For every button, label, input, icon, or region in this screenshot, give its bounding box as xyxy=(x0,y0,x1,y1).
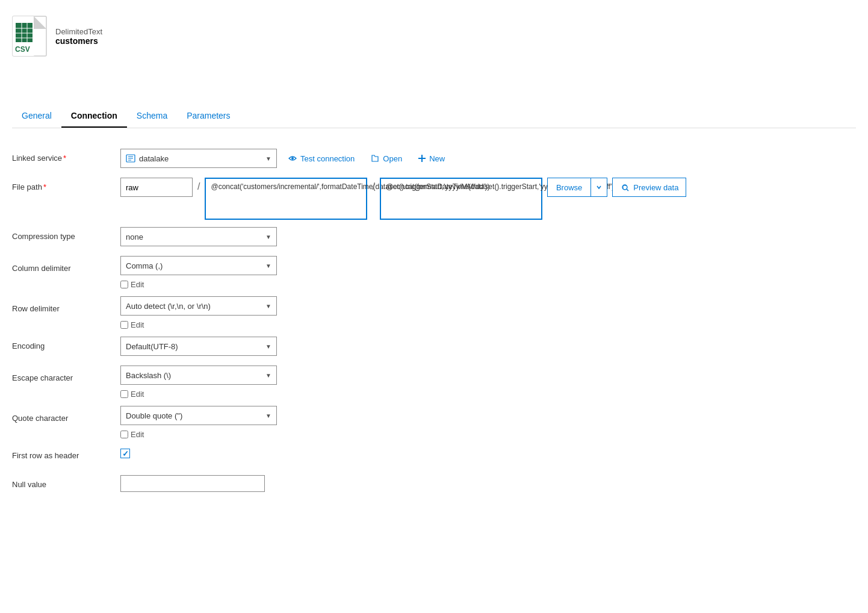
quote-char-edit: Edit xyxy=(12,428,144,439)
column-delimiter-main: Column delimiter Comma (,) ▼ xyxy=(12,256,856,275)
escape-edit-label: Edit xyxy=(131,390,144,399)
linked-service-controls: datalake ▼ Test connection Open xyxy=(120,149,856,168)
row-delimiter-row: Row delimiter Auto detect (\r,\n, or \r\… xyxy=(12,296,856,329)
row-delimiter-edit: Edit xyxy=(12,318,144,329)
row-edit-checkbox[interactable] xyxy=(120,321,128,329)
file-path-label: File path* xyxy=(12,178,120,191)
row-edit-label: Edit xyxy=(131,320,144,329)
quote-char-value: Double quote (") xyxy=(126,411,265,420)
column-delimiter-label: Column delimiter xyxy=(12,259,120,273)
new-icon xyxy=(418,154,426,163)
browse-dropdown-icon xyxy=(596,184,602,190)
preview-data-button[interactable]: Preview data xyxy=(612,178,686,197)
linked-service-dropdown[interactable]: datalake ▼ xyxy=(120,149,277,168)
quote-edit-checkbox[interactable] xyxy=(120,431,128,438)
encoding-chevron: ▼ xyxy=(265,343,271,350)
compression-type-chevron: ▼ xyxy=(265,234,271,240)
escape-char-value: Backslash (\) xyxy=(126,371,265,380)
dataset-type: DelimitedText xyxy=(55,27,102,36)
first-row-header-label: First row as header xyxy=(12,446,120,460)
file-path-expression-2[interactable]: @concat(formatDateTime(dataset().trigger… xyxy=(380,178,542,220)
linked-service-chevron: ▼ xyxy=(265,155,271,162)
escape-edit-sub: Edit xyxy=(120,390,144,399)
compression-type-row: Compression type none ▼ xyxy=(12,227,856,249)
row-delimiter-main: Row delimiter Auto detect (\r,\n, or \r\… xyxy=(12,296,856,316)
row-delimiter-label: Row delimiter xyxy=(12,299,120,313)
row-delimiter-dropdown[interactable]: Auto detect (\r,\n, or \r\n) ▼ xyxy=(120,296,277,316)
quote-char-chevron: ▼ xyxy=(265,412,271,419)
encoding-label: Encoding xyxy=(12,337,120,350)
escape-char-control: Backslash (\) ▼ xyxy=(120,366,856,385)
escape-char-row: Escape character Backslash (\) ▼ Edit xyxy=(12,366,856,399)
linked-service-label: Linked service* xyxy=(12,149,120,163)
row-edit-sub: Edit xyxy=(120,320,144,329)
encoding-value: Default(UTF-8) xyxy=(126,342,265,351)
quote-char-label: Quote character xyxy=(12,409,120,423)
linked-service-value: datalake xyxy=(139,154,265,163)
svg-line-19 xyxy=(627,189,628,191)
test-connection-button[interactable]: Test connection xyxy=(283,150,359,167)
svg-rect-4 xyxy=(16,23,33,42)
row-delimiter-control: Auto detect (\r,\n, or \r\n) ▼ xyxy=(120,296,856,316)
path-separator-1: / xyxy=(197,178,200,192)
null-value-input[interactable] xyxy=(120,475,265,492)
tab-parameters[interactable]: Parameters xyxy=(177,105,240,128)
dataset-header: CSV DelimitedText customers xyxy=(12,10,856,69)
quote-char-dropdown[interactable]: Double quote (") ▼ xyxy=(120,406,277,425)
encoding-dropdown[interactable]: Default(UTF-8) ▼ xyxy=(120,337,277,356)
escape-edit-checkbox[interactable] xyxy=(120,390,128,398)
compression-type-control: none ▼ xyxy=(120,227,856,246)
header-text: DelimitedText customers xyxy=(55,27,102,46)
connection-form: Linked service* datalake ▼ xyxy=(12,143,856,510)
checkmark-icon: ✓ xyxy=(122,449,129,458)
compression-type-dropdown[interactable]: none ▼ xyxy=(120,227,277,246)
column-delimiter-edit: Edit xyxy=(12,278,144,289)
null-value-label: Null value xyxy=(12,475,120,489)
escape-char-dropdown[interactable]: Backslash (\) ▼ xyxy=(120,366,277,385)
file-path-inputs: / @concat('customers/incremental/',forma… xyxy=(120,178,686,220)
csv-icon: CSV xyxy=(12,16,47,57)
column-delimiter-row: Column delimiter Comma (,) ▼ Edit xyxy=(12,256,856,289)
row-delimiter-value: Auto detect (\r,\n, or \r\n) xyxy=(126,302,265,311)
escape-char-label: Escape character xyxy=(12,369,120,382)
escape-char-chevron: ▼ xyxy=(265,372,271,379)
browse-chevron-button[interactable] xyxy=(591,178,607,197)
new-button[interactable]: New xyxy=(413,151,450,167)
column-delimiter-value: Comma (,) xyxy=(126,261,265,270)
quote-char-row: Quote character Double quote (") ▼ Edit xyxy=(12,406,856,439)
column-delimiter-chevron: ▼ xyxy=(265,263,271,269)
encoding-control: Default(UTF-8) ▼ xyxy=(120,337,856,356)
tab-connection[interactable]: Connection xyxy=(61,105,127,128)
column-edit-checkbox[interactable] xyxy=(120,281,128,288)
file-path-controls: / @concat('customers/incremental/',forma… xyxy=(120,178,856,220)
column-edit-label: Edit xyxy=(131,280,144,289)
tab-bar: General Connection Schema Parameters xyxy=(12,105,856,128)
file-path-expression-1[interactable]: @concat('customers/incremental/',formatD… xyxy=(205,178,367,220)
first-row-header-control: ✓ xyxy=(120,446,856,458)
column-edit-sub: Edit xyxy=(120,280,144,289)
escape-char-main: Escape character Backslash (\) ▼ xyxy=(12,366,856,385)
browse-button[interactable]: Browse xyxy=(547,178,591,197)
quote-edit-sub: Edit xyxy=(120,430,144,439)
quote-edit-label: Edit xyxy=(131,430,144,439)
escape-char-edit: Edit xyxy=(12,387,144,399)
open-icon xyxy=(370,154,380,163)
compression-type-value: none xyxy=(126,232,265,241)
svg-point-15 xyxy=(291,157,294,160)
encoding-row: Encoding Default(UTF-8) ▼ xyxy=(12,337,856,358)
tab-schema[interactable]: Schema xyxy=(127,105,177,128)
tab-general[interactable]: General xyxy=(12,105,61,128)
first-row-header-row: First row as header ✓ xyxy=(12,446,856,468)
quote-char-main: Quote character Double quote (") ▼ xyxy=(12,406,856,425)
preview-icon xyxy=(620,182,630,192)
linked-service-icon xyxy=(126,154,135,163)
file-path-row: File path* / @concat('customers/incremen… xyxy=(12,178,856,220)
first-row-checkbox[interactable]: ✓ xyxy=(120,449,130,458)
file-path-container-input[interactable] xyxy=(120,178,193,197)
dataset-name: customers xyxy=(55,36,102,46)
open-button[interactable]: Open xyxy=(365,150,407,167)
browse-group: Browse xyxy=(547,178,607,197)
compression-type-label: Compression type xyxy=(12,227,120,241)
null-value-control xyxy=(120,475,856,492)
column-delimiter-dropdown[interactable]: Comma (,) ▼ xyxy=(120,256,277,275)
